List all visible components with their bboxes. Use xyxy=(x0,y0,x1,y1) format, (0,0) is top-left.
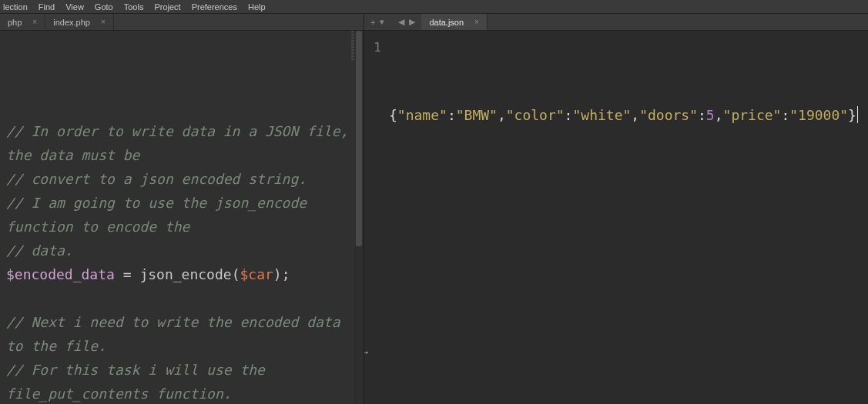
tab-label: php xyxy=(8,18,22,27)
menu-preferences[interactable]: Preferences xyxy=(192,2,237,12)
menu-project[interactable]: Project xyxy=(154,2,180,12)
menu-find[interactable]: Find xyxy=(39,2,55,12)
comment-line: // data. xyxy=(6,242,73,259)
left-editor-pane: php × index.php × // In order to write d… xyxy=(0,14,364,404)
text-cursor xyxy=(857,106,858,123)
new-tab-icon[interactable]: + xyxy=(370,18,375,27)
tab-php[interactable]: php × xyxy=(0,14,45,30)
prev-tab-icon[interactable]: ◀ xyxy=(398,17,404,27)
code-token: $encoded_data xyxy=(6,266,115,282)
scrollbar-thumb[interactable] xyxy=(356,31,362,246)
menu-goto[interactable]: Goto xyxy=(95,2,113,12)
tab-label: index.php xyxy=(53,18,90,27)
menu-help[interactable]: Help xyxy=(248,2,266,12)
left-tab-bar: php × index.php × xyxy=(0,14,364,31)
right-tab-bar: + ▾ ◀ ▶ data.json × xyxy=(364,14,868,31)
menu-bar: lection Find View Goto Tools Project Pre… xyxy=(0,0,868,14)
comment-line: // I am going to use the json_encode fun… xyxy=(6,195,315,235)
close-icon[interactable]: × xyxy=(101,18,106,26)
tab-menu-icon[interactable]: ▾ xyxy=(380,17,384,27)
right-editor-pane: ↔ + ▾ ◀ ▶ data.json × 1 {"name":"BMW","c… xyxy=(364,14,868,404)
next-tab-icon[interactable]: ▶ xyxy=(409,17,415,27)
close-icon[interactable]: × xyxy=(474,18,479,26)
tab-index-php[interactable]: index.php × xyxy=(45,14,114,30)
right-code-editor[interactable]: {"name":"BMW","color":"white","doors":5,… xyxy=(364,31,868,404)
menu-tools[interactable]: Tools xyxy=(124,2,144,12)
menu-view[interactable]: View xyxy=(65,2,84,12)
close-icon[interactable]: × xyxy=(32,18,37,26)
comment-line: // convert to a json encoded string. xyxy=(6,171,307,187)
tab-data-json[interactable]: data.json × xyxy=(421,14,488,30)
comment-line: // For this task i will use the file_put… xyxy=(6,362,273,402)
tab-label: data.json xyxy=(429,18,464,27)
left-code-editor[interactable]: // In order to write data in a JSON file… xyxy=(0,31,364,404)
vertical-scrollbar[interactable] xyxy=(354,31,364,404)
menu-selection[interactable]: lection xyxy=(3,2,28,12)
comment-line: // In order to write data in a JSON file… xyxy=(6,123,357,163)
comment-line: // Next i need to write the encoded data… xyxy=(6,314,348,354)
